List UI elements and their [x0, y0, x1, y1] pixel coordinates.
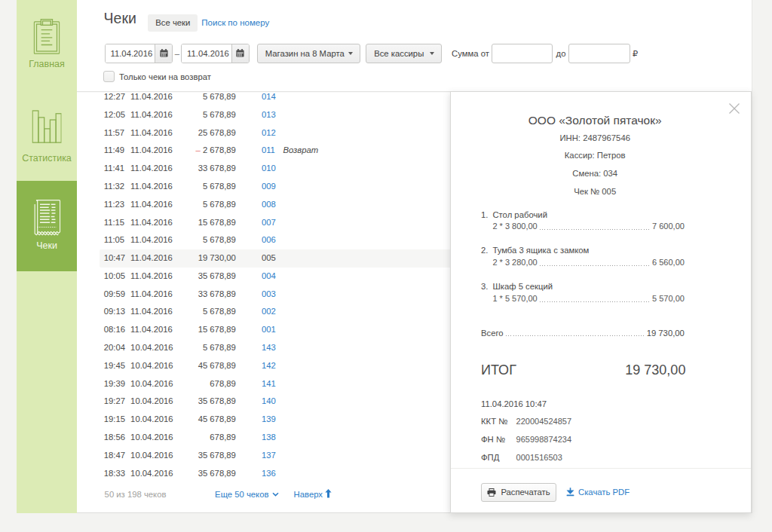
receipt-number-link[interactable]: 013	[262, 106, 276, 124]
receipt-amount: 35 678,89	[166, 447, 236, 465]
receipt-number-link[interactable]: 003	[262, 286, 276, 304]
receipt-time: 18:33	[104, 465, 125, 483]
receipt-item: 3.Шкаф 5 секций1 * 5 570,005 570,00	[481, 282, 685, 304]
calendar-button[interactable]	[155, 44, 172, 63]
store-dropdown[interactable]: Магазин на 8 Марта	[257, 44, 360, 63]
total-value: 19 730,00	[625, 359, 685, 381]
print-button[interactable]: Распечатать	[481, 483, 556, 502]
receipt-subtotal-row: Всего 19 730,00	[481, 329, 685, 338]
dot-leader	[504, 329, 647, 338]
receipt-time: 11:41	[104, 160, 124, 178]
receipt-number-link[interactable]: 136	[262, 465, 276, 483]
arrow-up-icon	[325, 489, 332, 498]
close-icon[interactable]	[728, 102, 740, 115]
sidebar-item-label: Чеки	[17, 240, 77, 251]
date-to-group: 11.04.2016	[181, 44, 250, 63]
cashiers-dropdown[interactable]: Все кассиры	[366, 44, 442, 63]
receipt-number-link[interactable]: 002	[262, 303, 276, 321]
fiscal-detail-value: 965998874234	[516, 435, 571, 444]
date-range-dash: –	[173, 44, 181, 63]
receipt-number-link[interactable]: 141	[262, 375, 276, 393]
receipt-number-link[interactable]: 006	[262, 231, 276, 249]
receipt-amount: 5 678,89	[166, 339, 236, 357]
currency-label: ₽	[633, 44, 638, 63]
sidebar-item-stats[interactable]: Статистика	[17, 90, 77, 181]
receipt-items: 1.Стол рабочий2 * 3 800,007 600,002.Тумб…	[481, 210, 685, 318]
receipt-number-link[interactable]: 004	[262, 268, 276, 286]
sum-to-input[interactable]	[568, 44, 630, 63]
receipt-number-link[interactable]: 140	[262, 393, 276, 411]
receipt-number-link[interactable]: 137	[262, 447, 276, 465]
receipt-total-row: ИТОГ 19 730,00	[481, 359, 685, 381]
receipt-amount: 678,89	[166, 429, 236, 447]
receipt-amount: 678,89	[166, 375, 236, 393]
receipt-number-link[interactable]: 008	[262, 196, 276, 214]
return-badge: Возврат	[283, 142, 318, 160]
sidebar: Главная Статистика	[17, 0, 77, 513]
sum-from-label: Сумма от	[452, 44, 489, 63]
search-by-number-link[interactable]: Поиск по номеру	[201, 14, 269, 32]
receipt-header: ИНН: 2487967546 Кассир: Петров Смена: 03…	[481, 130, 709, 201]
returns-only-checkbox[interactable]	[103, 71, 115, 82]
receipt-number-link[interactable]: 142	[262, 357, 276, 375]
receipt-time: 09:13	[104, 303, 125, 321]
receipt-time: 08:16	[104, 321, 125, 339]
returns-only-label[interactable]: Только чеки на возврат	[119, 71, 211, 82]
receipt-amount: 5 678,89	[166, 231, 236, 249]
item-qty-row: 1 * 5 570,005 570,00	[492, 294, 685, 304]
item-qty-row: 2 * 3 800,007 600,00	[492, 222, 685, 231]
fiscal-detail-line: ФН №965998874234	[481, 431, 721, 449]
bar-chart-icon	[32, 110, 62, 143]
subtotal-value: 19 730,00	[647, 329, 685, 338]
receipt-time: 19:45	[104, 357, 125, 375]
receipt-time: 20:04	[104, 339, 125, 357]
receipt-number-link[interactable]: 009	[262, 178, 276, 196]
receipt-amount: 15 678,89	[166, 214, 236, 232]
receipt-time: 19:15	[104, 411, 125, 429]
receipt-number-link[interactable]: 138	[262, 429, 276, 447]
receipt-number-link[interactable]: 143	[262, 339, 276, 357]
back-to-top-link[interactable]: Наверх	[294, 489, 332, 500]
calendar-button[interactable]	[231, 44, 249, 63]
calendar-icon	[160, 49, 168, 57]
receipt-amount: 19 730,00	[166, 249, 236, 268]
receipt-number-link[interactable]: 010	[262, 160, 276, 178]
receipt-amount: – 2 678,89	[166, 142, 236, 160]
fiscal-detail-label: ФПД	[481, 449, 516, 467]
receipt-number-link[interactable]: 011	[262, 142, 275, 160]
receipt-shift: Смена: 034	[481, 165, 709, 183]
item-qty-row: 2 * 3 280,006 560,00	[492, 258, 685, 268]
receipt-number-link[interactable]: 012	[262, 124, 276, 142]
fiscal-detail-value: 220004524857	[516, 417, 571, 426]
receipt-number: Чек № 005	[481, 183, 709, 201]
receipt-time: 19:39	[104, 375, 125, 393]
cashiers-dropdown-value: Все кассиры	[366, 49, 430, 58]
calendar-icon	[236, 49, 244, 57]
receipt-amount: 45 678,89	[166, 357, 236, 375]
clipboard-icon	[34, 19, 60, 54]
receipt-number-link[interactable]: 139	[262, 411, 276, 429]
dot-leader	[538, 258, 652, 268]
sidebar-item-receipts[interactable]: Чеки	[17, 181, 77, 271]
app: Главная Статистика	[0, 0, 772, 532]
sum-to-label: до	[556, 44, 566, 63]
receipt-number-link[interactable]: 014	[262, 88, 276, 106]
load-more-link[interactable]: Еще 50 чеков	[215, 489, 279, 500]
item-total: 6 560,00	[652, 258, 685, 268]
receipt-time: 18:47	[104, 447, 125, 465]
receipt-amount: 35 678,89	[166, 393, 236, 411]
item-name: 2.Тумба 3 ящика с замком	[481, 246, 685, 258]
store-dropdown-value: Магазин на 8 Марта	[258, 49, 348, 58]
receipt-amount: 15 678,89	[166, 321, 236, 339]
sum-from-input[interactable]	[492, 44, 553, 63]
receipt-company: ООО «Золотой пятачок»	[481, 114, 709, 127]
receipt-number-link[interactable]: 007	[262, 214, 276, 232]
receipt-icon	[33, 199, 61, 238]
download-pdf-link[interactable]: Скачать PDF	[566, 483, 630, 502]
receipt-time: 18:56	[104, 429, 125, 447]
sidebar-item-home[interactable]: Главная	[17, 0, 77, 90]
date-to-input[interactable]: 11.04.2016	[182, 44, 231, 63]
date-from-input[interactable]: 11.04.2016	[106, 44, 155, 63]
receipt-number-link[interactable]: 001	[262, 321, 276, 339]
tab-all-receipts[interactable]: Все чеки	[148, 14, 198, 32]
